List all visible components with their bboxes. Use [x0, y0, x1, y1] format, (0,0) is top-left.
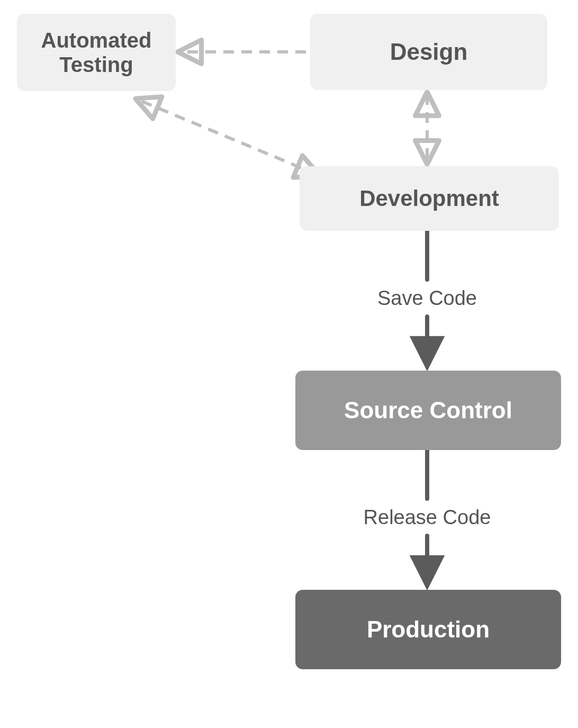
node-label: Source Control: [344, 397, 512, 424]
node-label: Production: [367, 616, 490, 643]
node-source-control: Source Control: [295, 371, 561, 450]
diagram-canvas: AutomatedTesting Design Development Sour…: [0, 0, 578, 728]
node-design: Design: [310, 14, 547, 90]
node-label: Design: [390, 39, 468, 66]
edge-label-save-code: Save Code: [348, 287, 507, 310]
edge-label-text: Release Code: [364, 506, 491, 528]
node-development: Development: [300, 166, 559, 231]
edge-development-automated-testing: [138, 100, 318, 175]
node-production: Production: [295, 590, 561, 669]
edge-label-text: Save Code: [377, 287, 477, 309]
node-label: AutomatedTesting: [41, 28, 152, 77]
edge-label-release-code: Release Code: [348, 506, 507, 529]
node-label: Development: [359, 186, 499, 211]
node-automated-testing: AutomatedTesting: [17, 14, 176, 91]
